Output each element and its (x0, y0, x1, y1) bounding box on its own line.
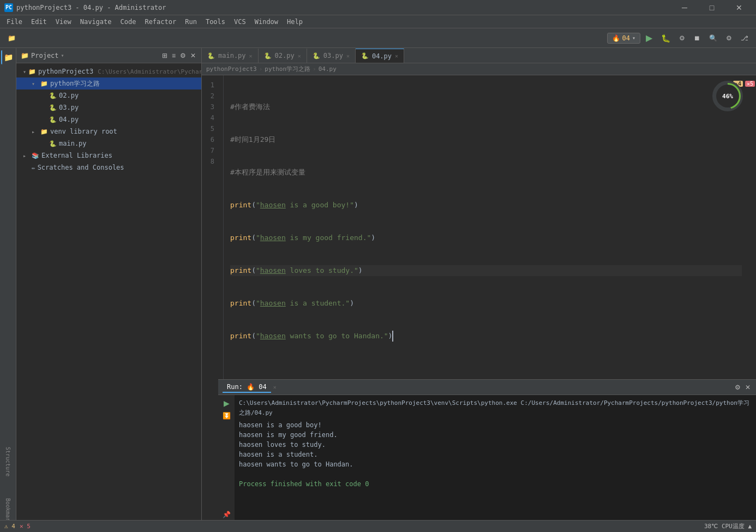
bottom-tabs: Run: 🔥 04 ✕ ⚙ ✕ (218, 380, 756, 395)
collapse-all-button[interactable]: ≡ (171, 51, 177, 61)
tab-mainpy[interactable]: 🐍 main.py ✕ (202, 49, 259, 63)
git-button[interactable]: ⎇ (737, 33, 752, 44)
run-tab-icon: 🔥 (247, 383, 255, 391)
breadcrumb-project[interactable]: pythonProject3 (206, 65, 257, 73)
search-button[interactable]: 🔍 (706, 33, 721, 44)
debug-button[interactable]: 🐛 (658, 32, 674, 44)
run-config-label: 04 (622, 34, 630, 42)
menu-item-window[interactable]: Window (250, 17, 283, 27)
tree-item-02py[interactable]: 🐍 02.py (16, 89, 201, 101)
tree-item-venv[interactable]: ▸ 📁 venv library root (16, 125, 201, 138)
tab-bar: 🐍 main.py ✕ 🐍 02.py ✕ 🐍 03.py ✕ 🐍 04.py … (202, 48, 756, 63)
titlebar: PC pythonProject3 - 04.py - Administrato… (0, 0, 756, 15)
run-tab-name: 04 (259, 383, 266, 391)
breadcrumb: pythonProject3 › python学习之路 › 04.py (202, 63, 756, 75)
statusbar: ⚠ 4 ✕ 5 38℃ CPU温度 ▲ (0, 520, 756, 532)
minimize-button[interactable]: ─ (672, 0, 697, 15)
tab-02py[interactable]: 🐍 02.py ✕ (259, 49, 307, 63)
project-header-title: 📁 Project ▾ (21, 52, 64, 59)
terminal-pin-button[interactable]: 📌 (219, 509, 234, 520)
tab-close-04py[interactable]: ✕ (395, 53, 398, 59)
gauge-circle: 46% (712, 81, 743, 111)
breadcrumb-folder[interactable]: python学习之路 (265, 65, 310, 73)
menu-item-code[interactable]: Code (116, 17, 141, 27)
terminal-output: C:\Users\Administrator\PycharmProjects\p… (235, 395, 756, 532)
toolbar-right: 🔥 04 ▾ ▶ 🐛 ⚙ ⏹ 🔍 ⚙ ⎇ (607, 31, 752, 45)
toolbar-folder-button[interactable]: 📁 (4, 33, 19, 44)
code-line-6: print("haosen loves to study.") (230, 265, 742, 276)
tree-item-scratches[interactable]: ✏️ Scratches and Consoles (16, 162, 201, 174)
menu-item-run[interactable]: Run (181, 17, 201, 27)
maximize-button[interactable]: □ (699, 0, 724, 15)
root-label: pythonProject3 (38, 68, 93, 75)
menu-item-tools[interactable]: Tools (201, 17, 230, 27)
tree-item-04py[interactable]: 🐍 04.py (16, 113, 201, 125)
tab-close-03py[interactable]: ✕ (346, 53, 350, 59)
run-config-selector[interactable]: 🔥 04 ▾ (607, 33, 640, 44)
coverage-button[interactable]: ⚙ (676, 33, 688, 44)
terminal-exit: Process finished with exit code 0 (239, 479, 752, 489)
menu-item-navigate[interactable]: Navigate (76, 17, 116, 27)
bottom-left-icons: ▶ ⏬ 📌 🗑 (218, 395, 235, 532)
toolbar: 📁 🔥 04 ▾ ▶ 🐛 ⚙ ⏹ 🔍 ⚙ ⎇ (0, 28, 756, 48)
editor-area: 🐍 main.py ✕ 🐍 02.py ✕ 🐍 03.py ✕ 🐍 04.py … (202, 48, 756, 532)
bottom-close-button[interactable]: ✕ (744, 382, 752, 392)
menu-item-help[interactable]: Help (283, 17, 307, 27)
tab-close-02py[interactable]: ✕ (298, 53, 301, 59)
error-badge: ✕5 (745, 81, 755, 87)
project-header-icons: ⊞ ≡ ⚙ ✕ (161, 51, 197, 61)
tab-03py[interactable]: 🐍 03.py ✕ (307, 49, 356, 63)
menubar: FileEditViewNavigateCodeRefactorRunTools… (0, 15, 756, 28)
terminal-run-button[interactable]: ▶ (220, 397, 233, 409)
file-tree: ▾ 📁 pythonProject3 C:\Users\Administrato… (16, 63, 201, 532)
run-tab[interactable]: Run: 🔥 04 (223, 382, 271, 393)
bottom-panel: Run: 🔥 04 ✕ ⚙ ✕ ▶ ⏬ 📌 🗑 (218, 379, 756, 532)
cpu-gauge: 46% (712, 81, 745, 113)
menu-item-file[interactable]: File (2, 17, 27, 27)
tree-item-ext-libs[interactable]: ▸ 📚 External Libraries (16, 150, 201, 162)
settings-button[interactable]: ⚙ (723, 33, 735, 44)
settings-gear-button[interactable]: ⚙ (179, 51, 187, 61)
run-tab-close[interactable]: ✕ (273, 384, 277, 390)
code-line-3: #本程序是用来测试变量 (230, 167, 742, 178)
tab-close-mainpy[interactable]: ✕ (249, 53, 253, 59)
window-controls: ─ □ ✕ (672, 0, 752, 15)
terminal-line-1: haosen is a good boy! (239, 420, 752, 430)
close-button[interactable]: ✕ (727, 0, 752, 15)
menu-item-edit[interactable]: Edit (27, 17, 51, 27)
menu-item-refactor[interactable]: Refactor (140, 17, 181, 27)
code-line-4: print("haosen is a good boy!") (230, 200, 742, 211)
close-panel-button[interactable]: ✕ (189, 51, 197, 61)
terminal-empty-line (239, 469, 752, 479)
breadcrumb-file[interactable]: 04.py (319, 65, 337, 73)
code-line-2: #时间1月29日 (230, 134, 742, 145)
bottom-tabs-left: Run: 🔥 04 ✕ (223, 382, 277, 393)
status-errors[interactable]: ✕ 5 (20, 523, 31, 530)
tree-item-root[interactable]: ▾ 📁 pythonProject3 C:\Users\Administrato… (16, 65, 201, 77)
status-left: ⚠ 4 ✕ 5 (4, 523, 31, 530)
code-line-8: print("haosen wants to go to Handan.")| (230, 331, 742, 342)
project-panel: 📁 Project ▾ ⊞ ≡ ⚙ ✕ ▾ 📁 pythonProject3 C… (16, 48, 202, 532)
main-layout: 📁 Structure Bookmarks 📁 Project ▾ ⊞ ≡ ⚙ … (0, 48, 756, 532)
tree-item-mainpy[interactable]: 🐍 main.py (16, 138, 201, 150)
stop-button[interactable]: ⏹ (691, 33, 704, 44)
bottom-settings-button[interactable]: ⚙ (734, 382, 742, 392)
tree-item-folder-python[interactable]: ▾ 📁 python学习之路 (16, 77, 201, 89)
menu-item-vcs[interactable]: VCS (230, 17, 250, 27)
expand-all-button[interactable]: ⊞ (161, 51, 169, 61)
title-left: PC pythonProject3 - 04.py - Administrato… (4, 3, 166, 12)
bottom-content: ▶ ⏬ 📌 🗑 C:\Users\Administrator\PycharmPr… (218, 395, 756, 532)
terminal-stop-button[interactable]: ⏬ (219, 410, 234, 421)
status-right: 38℃ CPU温度 ▲ (704, 522, 752, 530)
toolbar-left: 📁 (4, 33, 19, 44)
terminal-line-5: haosen wants to go to Handan. (239, 459, 752, 469)
tree-item-03py[interactable]: 🐍 03.py (16, 101, 201, 113)
project-icon[interactable]: 📁 (1, 50, 15, 64)
root-path: C:\Users\Administrator\PycharmPro (98, 68, 201, 75)
menu-item-view[interactable]: View (51, 17, 76, 27)
run-button[interactable]: ▶ (643, 31, 656, 45)
structure-icon[interactable]: Structure (1, 443, 15, 481)
terminal-line-3: haosen loves to study. (239, 440, 752, 450)
tab-04py[interactable]: 🐍 04.py ✕ (356, 49, 404, 63)
status-warnings[interactable]: ⚠ 4 (4, 523, 15, 530)
